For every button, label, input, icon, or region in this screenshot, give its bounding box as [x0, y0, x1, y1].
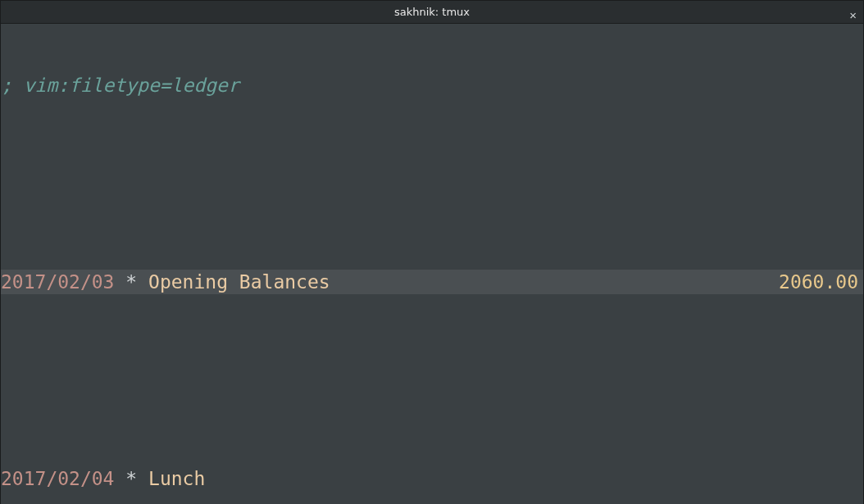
entry-mark: *: [125, 466, 137, 491]
ledger-entry-header: 2017/02/03 * Opening Balances2060.00: [1, 270, 863, 294]
window-titlebar: sakhnik: tmux ×: [1, 1, 863, 24]
close-icon[interactable]: ×: [849, 3, 857, 28]
entry-sum: 2060.00: [779, 270, 858, 294]
entry-date: 2017/02/04: [1, 466, 114, 491]
entry-desc: Opening Balances: [148, 270, 330, 294]
ledger-entry-header: 2017/02/04 * Lunch: [1, 466, 863, 491]
entry-mark: *: [125, 270, 137, 294]
entry-date: 2017/02/03: [1, 270, 114, 294]
modeline-comment: ; vim:filetype=ledger: [1, 73, 239, 98]
window-title: sakhnik: tmux: [394, 0, 470, 25]
entry-desc: Lunch: [148, 466, 205, 491]
terminal-area[interactable]: ; vim:filetype=ledger 2017/02/03 * Openi…: [1, 24, 863, 504]
